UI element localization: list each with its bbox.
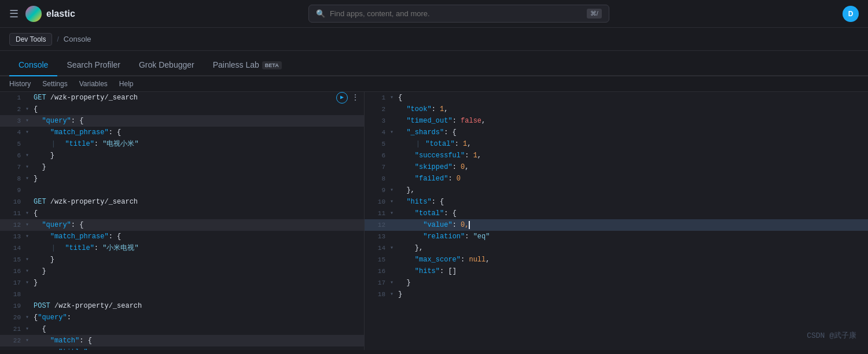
code-content: "successful": 1, <box>398 150 863 161</box>
table-row: 9 <box>0 185 364 196</box>
fold-button[interactable]: ▾ <box>25 208 31 219</box>
variables-button[interactable]: Variables <box>79 80 108 88</box>
code-content: "query": { <box>34 115 359 127</box>
fold-button[interactable]: ▾ <box>25 127 31 138</box>
fold-button[interactable]: ▾ <box>25 323 31 335</box>
code-content: { <box>34 104 359 115</box>
code-content: } <box>34 277 359 289</box>
tab-console[interactable]: Console <box>9 54 57 76</box>
code-content: { <box>34 208 359 219</box>
table-row: 17 ▾ } <box>0 277 364 289</box>
line-number: 11 <box>369 208 385 219</box>
settings-button[interactable]: Settings <box>42 80 67 88</box>
code-content: "timed_out": false, <box>398 115 863 127</box>
fold-button[interactable]: ▾ <box>390 92 396 104</box>
line-number: 1 <box>369 92 385 104</box>
fold-button[interactable]: ▾ <box>25 254 31 266</box>
fold-button[interactable]: ▾ <box>390 196 396 208</box>
tab-row: Console Search Profiler Grok Debugger Pa… <box>0 51 868 76</box>
fold-button[interactable]: ▾ <box>390 289 396 300</box>
line-number: 1 <box>5 92 21 104</box>
help-button[interactable]: Help <box>119 80 134 88</box>
table-row: 7 "skipped": 0, <box>365 161 868 173</box>
breadcrumb-separator: / <box>57 35 58 43</box>
line-number: 12 <box>5 219 21 231</box>
line-number: 18 <box>5 289 21 300</box>
code-content: "skipped": 0, <box>398 161 863 173</box>
fold-button[interactable]: ▾ <box>25 335 31 346</box>
action-bar: History Settings Variables Help <box>0 76 868 92</box>
fold-button[interactable]: ▾ <box>25 277 31 289</box>
fold-button[interactable]: ▾ <box>25 104 31 115</box>
code-content: "match_phrase": { <box>34 127 359 138</box>
line-number: 18 <box>369 289 385 300</box>
code-content: {"query": <box>34 312 359 323</box>
table-row: 9 ▾ }, <box>365 185 868 196</box>
search-input[interactable] <box>330 9 582 18</box>
table-row: 2 "took": 1, <box>365 104 868 115</box>
fold-button[interactable]: ▾ <box>25 161 31 173</box>
table-row: 14 ▾ }, <box>365 242 868 254</box>
code-content: "failed": 0 <box>398 173 863 185</box>
tab-search-profiler[interactable]: Search Profiler <box>57 54 130 76</box>
line-number: 3 <box>5 115 21 127</box>
history-button[interactable]: History <box>9 80 31 88</box>
code-content: } <box>34 254 359 266</box>
tab-grok-debugger[interactable]: Grok Debugger <box>130 54 204 76</box>
table-row: 15 "max_score": null, <box>365 254 868 266</box>
table-row: 15 ▾ } <box>0 254 364 266</box>
line-number: 15 <box>369 254 385 266</box>
line-number: 22 <box>5 335 21 346</box>
fold-button[interactable]: ▾ <box>25 173 31 185</box>
fold-button[interactable]: ▾ <box>25 150 31 161</box>
fold-button[interactable]: ▾ <box>25 266 31 277</box>
fold-button[interactable]: ▾ <box>25 219 31 231</box>
tab-painless-lab[interactable]: Painless LabBETA <box>204 54 291 76</box>
code-content: "_shards": { <box>398 127 863 138</box>
code-content: { <box>398 92 863 104</box>
code-content: { <box>34 323 359 335</box>
fold-button[interactable]: ▾ <box>390 127 396 138</box>
fold-button[interactable]: ▾ <box>390 242 396 254</box>
left-panel[interactable]: 1 GET /wzk-property/_search ▶ ⋮ 2 ▾ { 3 … <box>0 92 365 350</box>
line-number: 9 <box>369 185 385 196</box>
table-row: 23 "title": <box>0 346 364 350</box>
global-search[interactable]: 🔍 ⌘/ <box>308 5 609 23</box>
more-button[interactable]: ⋮ <box>351 92 359 104</box>
fold-button[interactable]: ▾ <box>390 208 396 219</box>
fold-button[interactable]: ▾ <box>25 115 31 127</box>
table-row: 17 ▾ } <box>365 277 868 289</box>
fold-button[interactable]: ▾ <box>390 277 396 289</box>
fold-button[interactable]: ▾ <box>390 185 396 196</box>
line-number: 16 <box>369 266 385 277</box>
fold-button[interactable]: ▾ <box>25 312 31 323</box>
elastic-logo-mark <box>25 6 42 22</box>
devtools-bar: Dev Tools / Console <box>0 28 868 51</box>
table-row: 3 ▾ "query": { <box>0 115 364 127</box>
editor-container: 1 GET /wzk-property/_search ▶ ⋮ 2 ▾ { 3 … <box>0 92 868 350</box>
right-panel[interactable]: 1 ▾ { 2 "took": 1, 3 "timed_out": false,… <box>365 92 868 350</box>
code-content: } <box>398 289 863 300</box>
table-row: 10 ▾ "hits": { <box>365 196 868 208</box>
code-content: "relation": "eq" <box>398 231 863 242</box>
code-content: } <box>398 277 863 289</box>
table-row: 11 ▾ { <box>0 208 364 219</box>
line-number: 9 <box>5 185 21 196</box>
hamburger-icon[interactable]: ☰ <box>9 8 19 20</box>
line-number: 16 <box>5 266 21 277</box>
code-content: } <box>34 150 359 161</box>
code-content: "match_phrase": { <box>34 231 359 242</box>
devtools-badge[interactable]: Dev Tools <box>9 33 52 46</box>
code-content: "value": 0, <box>398 219 863 231</box>
code-content: GET /wzk-property/_search <box>34 196 359 208</box>
avatar[interactable]: D <box>843 6 859 22</box>
run-button[interactable]: ▶ <box>336 92 348 104</box>
line-number: 8 <box>369 173 385 185</box>
table-row: 13 "relation": "eq" <box>365 231 868 242</box>
table-row: 16 ▾ } <box>0 266 364 277</box>
line-number: 5 <box>369 138 385 150</box>
line-controls: ▶ ⋮ <box>336 92 359 104</box>
line-number: 7 <box>5 161 21 173</box>
table-row: 7 ▾ } <box>0 161 364 173</box>
fold-button[interactable]: ▾ <box>25 231 31 242</box>
